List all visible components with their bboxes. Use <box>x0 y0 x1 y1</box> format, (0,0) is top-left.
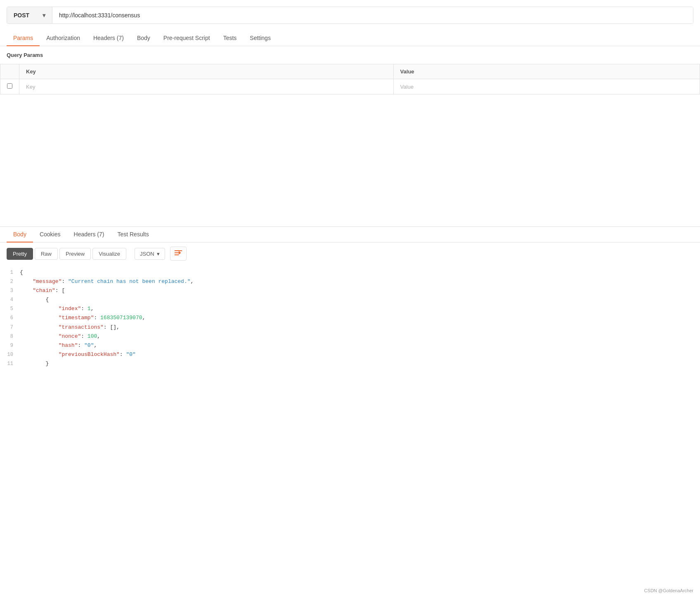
line-content-6: "timestamp": 1683507139070, <box>20 313 700 323</box>
code-line-9: 9 "hash": "0", <box>0 341 700 350</box>
url-bar: POST ▾ <box>7 7 693 24</box>
json-format-select[interactable]: JSON ▾ <box>135 248 165 260</box>
tab-body[interactable]: Body <box>130 31 157 46</box>
code-line-8: 8 "nonce": 100, <box>0 332 700 341</box>
method-chevron-icon: ▾ <box>43 12 45 19</box>
line-content-3: "chain": [ <box>20 286 700 295</box>
empty-space <box>0 94 700 226</box>
key-placeholder: Key <box>26 84 35 90</box>
line-num-11: 11 <box>0 359 20 368</box>
line-num-3: 3 <box>0 286 20 295</box>
value-cell[interactable]: Value <box>393 79 700 94</box>
value-placeholder: Value <box>400 84 414 90</box>
format-raw-button[interactable]: Raw <box>35 248 58 260</box>
wrap-button[interactable] <box>170 247 187 261</box>
code-line-1: 1 { <box>0 268 700 277</box>
row-checkbox[interactable] <box>0 79 19 94</box>
format-bar: Pretty Raw Preview Visualize JSON ▾ <box>0 242 700 265</box>
response-section: Body Cookies Headers (7) Test Results Pr… <box>0 227 700 372</box>
url-input[interactable] <box>52 7 693 24</box>
tab-prerequest[interactable]: Pre-request Script <box>157 31 217 46</box>
method-label: POST <box>14 12 29 19</box>
params-table: Key Value Key Value <box>0 64 700 94</box>
line-num-7: 7 <box>0 323 20 332</box>
code-line-4: 4 { <box>0 295 700 304</box>
code-line-11: 11 } <box>0 359 700 368</box>
tab-response-testresults[interactable]: Test Results <box>111 227 155 242</box>
line-content-11: } <box>20 359 700 368</box>
tab-response-headers[interactable]: Headers (7) <box>67 227 111 242</box>
code-line-6: 6 "timestamp": 1683507139070, <box>0 313 700 323</box>
line-num-5: 5 <box>0 304 20 313</box>
request-tabs: Params Authorization Headers (7) Body Pr… <box>0 31 700 46</box>
code-line-3: 3 "chain": [ <box>0 286 700 295</box>
tab-tests[interactable]: Tests <box>217 31 244 46</box>
table-row: Key Value <box>0 79 700 94</box>
wrap-icon <box>175 250 182 256</box>
line-content-7: "transactions": [], <box>20 323 700 332</box>
code-line-10: 10 "previousBlockHash": "0" <box>0 350 700 359</box>
tab-response-cookies[interactable]: Cookies <box>33 227 67 242</box>
query-params-label: Query Params <box>0 46 700 64</box>
line-num-9: 9 <box>0 341 20 350</box>
tab-params[interactable]: Params <box>7 31 40 46</box>
code-line-2: 2 "message": "Current chain has not been… <box>0 277 700 286</box>
key-cell[interactable]: Key <box>19 79 394 94</box>
format-visualize-button[interactable]: Visualize <box>92 248 126 260</box>
code-line-7: 7 "transactions": [], <box>0 323 700 332</box>
json-chevron-icon: ▾ <box>157 251 160 257</box>
line-num-10: 10 <box>0 350 20 359</box>
line-num-4: 4 <box>0 295 20 304</box>
param-checkbox[interactable] <box>7 83 12 89</box>
line-num-1: 1 <box>0 268 20 277</box>
format-pretty-button[interactable]: Pretty <box>7 248 33 260</box>
line-content-9: "hash": "0", <box>20 341 700 350</box>
line-content-4: { <box>20 295 700 304</box>
code-line-5: 5 "index": 1, <box>0 304 700 313</box>
response-tabs: Body Cookies Headers (7) Test Results <box>0 227 700 242</box>
value-header: Value <box>393 64 700 79</box>
line-num-8: 8 <box>0 332 20 341</box>
line-content-1: { <box>20 268 700 277</box>
method-dropdown[interactable]: POST ▾ <box>7 7 52 24</box>
format-preview-button[interactable]: Preview <box>59 248 91 260</box>
line-content-2: "message": "Current chain has not been r… <box>20 277 700 286</box>
tab-settings[interactable]: Settings <box>243 31 277 46</box>
tab-authorization[interactable]: Authorization <box>40 31 87 46</box>
line-content-10: "previousBlockHash": "0" <box>20 350 700 359</box>
tab-response-body[interactable]: Body <box>7 227 33 242</box>
checkbox-header <box>0 64 19 79</box>
line-content-8: "nonce": 100, <box>20 332 700 341</box>
line-num-6: 6 <box>0 313 20 322</box>
line-num-2: 2 <box>0 277 20 286</box>
line-content-5: "index": 1, <box>20 304 700 313</box>
code-viewer: 1 { 2 "message": "Current chain has not … <box>0 265 700 372</box>
tab-headers[interactable]: Headers (7) <box>87 31 130 46</box>
json-format-label: JSON <box>140 251 154 257</box>
key-header: Key <box>19 64 394 79</box>
